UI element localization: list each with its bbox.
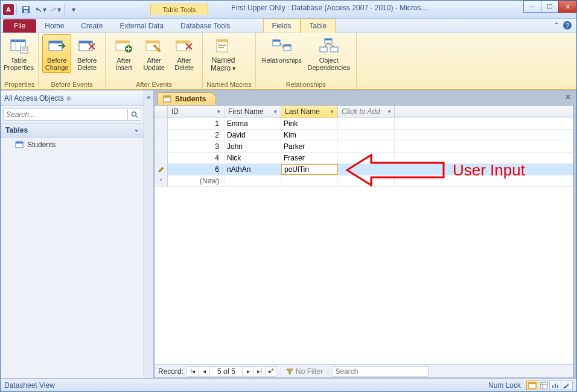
new-record-button[interactable]: ▸* [265,366,277,377]
before-change-button[interactable]: Before Change [42,34,71,73]
table-row[interactable]: 2 David Kim [155,130,573,141]
record-navigator: Record: I◂ ◂ 5 of 5 ▸ ▸I ▸* No Filter [155,364,573,378]
column-header-last-name[interactable]: Last Name▾ [281,106,338,118]
cell-first-name[interactable]: nAthAn [225,164,281,175]
undo-icon[interactable]: ▾ [34,3,47,16]
cell-id[interactable]: 6 [168,164,225,175]
nav-header[interactable]: All Access Objects ⊙ [1,90,144,106]
record-position[interactable]: 5 of 5 [209,366,243,377]
tab-database-tools[interactable]: Database Tools [172,19,239,33]
table-properties-icon [9,36,28,55]
column-dropdown-icon[interactable]: ▾ [217,109,220,115]
column-header-first-name[interactable]: First Name▾ [225,106,281,118]
save-icon[interactable] [19,3,33,16]
before-change-icon [47,36,66,55]
nav-category-tables[interactable]: Tables ⌄ [1,124,144,138]
row-selector[interactable] [155,153,168,163]
cell-first-name[interactable]: John [225,141,281,152]
tab-create[interactable]: Create [72,19,111,33]
before-delete-button[interactable]: Before Delete [72,34,101,73]
cell-first-name[interactable]: David [225,130,281,141]
nav-search-input[interactable] [3,109,128,121]
main-area: All Access Objects ⊙ Tables ⌄ Students « [1,90,576,378]
cell-id[interactable]: 2 [168,130,225,141]
row-selector-new[interactable]: * [155,175,168,186]
pivot-table-view-button[interactable] [538,381,550,390]
cell-first-name[interactable]: Emma [225,118,281,129]
table-row[interactable]: 4 Nick Fraser [155,153,573,164]
next-record-button[interactable]: ▸ [242,366,254,377]
cell-first-name[interactable]: Nick [225,153,281,163]
group-after-label: After Events [109,80,199,89]
cell-last-name[interactable]: Parker [281,141,338,152]
cell-last-name[interactable]: Fraser [281,153,338,163]
close-button[interactable]: ✕ [558,1,576,13]
object-dependencies-button[interactable]: Object Dependencies [305,34,352,73]
last-record-button[interactable]: ▸I [253,366,266,377]
table-properties-button[interactable]: Table Properties [4,34,33,73]
help-icon[interactable]: ? [563,21,572,30]
pivot-chart-view-button[interactable] [549,381,561,390]
row-selector[interactable] [155,141,168,152]
table-row[interactable]: 3 John Parker [155,141,573,153]
tab-external-data[interactable]: External Data [111,19,172,33]
after-update-button[interactable]: After Update [139,34,168,73]
row-selector-editing[interactable] [155,164,168,175]
relationships-button[interactable]: Relationships [260,34,304,66]
cell-id[interactable]: 1 [168,118,225,129]
document-tab-students[interactable]: Students [158,92,216,105]
cell-last-name[interactable]: Pink [281,118,338,129]
table-icon [15,141,24,149]
tab-table[interactable]: Table [301,19,336,33]
select-all-corner[interactable] [155,106,168,118]
row-selector[interactable] [155,130,168,141]
redo-icon[interactable]: ▾ [48,3,62,16]
quick-access-toolbar: A ▾ ▾ ▾ [1,3,80,16]
after-delete-button[interactable]: After Delete [170,34,199,73]
nav-collapse-bar[interactable]: « [144,90,154,378]
access-app-icon[interactable]: A [3,4,14,15]
tab-fields[interactable]: Fields [263,19,301,33]
datasheet-view-button[interactable] [526,381,538,390]
file-tab[interactable]: File [3,19,36,33]
design-view-button[interactable] [561,381,573,390]
status-numlock: Num Lock [488,381,521,390]
column-header-id[interactable]: ID▾ [168,106,225,118]
ribbon-minimize-icon[interactable]: ⌃ [553,21,559,30]
column-dropdown-icon[interactable]: ▾ [331,109,334,115]
named-macro-button[interactable]: Named Macro ▾ [206,34,240,74]
filter-indicator[interactable]: No Filter [281,367,328,376]
document-close-button[interactable]: ✕ [563,93,573,103]
row-selector[interactable] [155,118,168,129]
qat-customize-icon[interactable]: ▾ [67,3,80,16]
table-row-new[interactable]: * (New) [155,175,573,187]
grid[interactable]: ID▾ First Name▾ Last Name▾ Click to Add▾… [155,106,573,364]
column-header-click-to-add[interactable]: Click to Add▾ [338,106,395,118]
svg-rect-48 [555,384,556,388]
cell-last-name-editing[interactable]: poUlTin [281,164,338,175]
search-icon[interactable] [128,109,141,121]
maximize-button[interactable]: ☐ [541,1,559,13]
minimize-button[interactable]: ─ [523,1,541,13]
svg-rect-2 [24,10,28,13]
after-insert-button[interactable]: After Insert [109,34,138,73]
record-label: Record: [155,367,187,376]
column-dropdown-icon[interactable]: ▾ [387,109,391,115]
table-row[interactable]: 1 Emma Pink [155,118,573,130]
status-bar: Datasheet View Num Lock [1,378,576,391]
cell-id-new[interactable]: (New) [168,175,225,186]
cell-last-name[interactable]: Kim [281,130,338,141]
after-insert-icon [114,36,133,55]
collapse-category-icon[interactable]: ⌄ [134,126,139,134]
ribbon: Table Properties Properties Before Chang… [1,33,576,90]
tab-home[interactable]: Home [36,19,72,33]
nav-header-dropdown-icon[interactable]: ⊙ [66,95,71,101]
record-search-input[interactable] [332,366,429,377]
table-row-editing[interactable]: 6 nAthAn poUlTin [155,164,573,175]
first-record-button[interactable]: I◂ [186,366,199,377]
column-dropdown-icon[interactable]: ▾ [274,109,277,115]
cell-id[interactable]: 3 [168,141,225,152]
nav-item-students[interactable]: Students [1,138,144,152]
prev-record-button[interactable]: ◂ [198,366,210,377]
cell-id[interactable]: 4 [168,153,225,163]
